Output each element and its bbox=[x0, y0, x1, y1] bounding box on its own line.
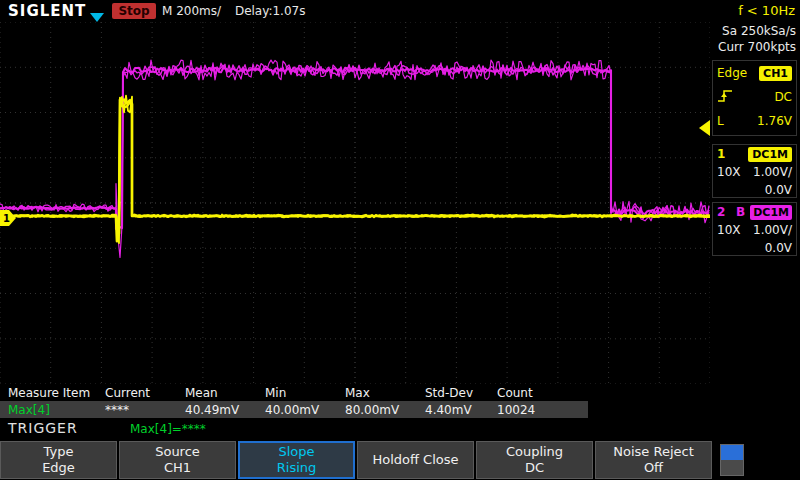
measure-header: Max bbox=[345, 386, 425, 401]
trigger-position-icon[interactable] bbox=[90, 13, 104, 22]
measure-item: Max[4] bbox=[0, 403, 105, 417]
trigger-info-box[interactable]: Edge CH1 DC L 1.76V bbox=[712, 60, 797, 136]
measure-header: Measure Item bbox=[0, 386, 105, 401]
measure-max: 80.00mV bbox=[345, 403, 425, 417]
ch1-offset-row: 0.0V bbox=[713, 181, 796, 199]
ch2-probe: 10X bbox=[717, 223, 741, 237]
menu-label: Coupling bbox=[506, 444, 563, 460]
menu-button-holdoff[interactable]: Holdoff Close bbox=[357, 441, 474, 479]
measure-stddev: 4.40mV bbox=[425, 403, 497, 417]
timebase-value: M 200ms/ bbox=[162, 4, 221, 18]
trigger-level-label: L bbox=[717, 114, 724, 128]
menu-value: Off bbox=[644, 460, 663, 476]
oscilloscope-screen: SIGLENT Stop M 200ms/ Delay:1.07s f < 10… bbox=[0, 0, 800, 480]
menu-page-indicator-bottom bbox=[721, 460, 743, 475]
ch1-number: 1 bbox=[717, 147, 725, 161]
softkey-menu-bar: Type Edge Source CH1 Slope Rising Holdof… bbox=[0, 440, 800, 480]
run-state-badge[interactable]: Stop bbox=[112, 3, 156, 19]
trigger-source-badge: CH1 bbox=[759, 66, 792, 81]
measure-mean: 40.49mV bbox=[185, 403, 265, 417]
measure-status-text: Max[4]=**** bbox=[130, 422, 206, 436]
measure-min: 40.00mV bbox=[265, 403, 345, 417]
ch2-offset: 0.0V bbox=[765, 241, 792, 255]
ch2-scale-row: 10X 1.00V/ bbox=[713, 221, 796, 239]
ch2-header-row: 2 B DC1M bbox=[713, 203, 796, 221]
ch1-offset: 0.0V bbox=[765, 183, 792, 197]
ch1-scale-row: 10X 1.00V/ bbox=[713, 163, 796, 181]
measure-value-row: Max[4] **** 40.49mV 40.00mV 80.00mV 4.40… bbox=[0, 401, 588, 418]
menu-button-slope[interactable]: Slope Rising bbox=[238, 441, 355, 479]
menu-button-source[interactable]: Source CH1 bbox=[119, 441, 236, 479]
menu-label: Holdoff Close bbox=[372, 452, 458, 468]
measure-header: Mean bbox=[185, 386, 265, 401]
memory-depth: Curr 700kpts bbox=[718, 40, 796, 54]
trigger-mode: Edge bbox=[717, 66, 747, 80]
ch2-offset-row: 0.0V bbox=[713, 239, 796, 257]
menu-label: Noise Reject bbox=[613, 444, 694, 460]
brand-logo: SIGLENT bbox=[8, 2, 86, 20]
menu-page-indicator-icon[interactable] bbox=[720, 444, 744, 476]
measure-header: Std-Dev bbox=[425, 386, 497, 401]
ch1-probe: 10X bbox=[717, 165, 741, 179]
top-status-bar: SIGLENT Stop M 200ms/ Delay:1.07s f < 10… bbox=[0, 0, 800, 22]
ch1-scale: 1.00V/ bbox=[753, 165, 792, 179]
frequency-counter: f < 10Hz bbox=[738, 3, 795, 18]
trigger-menu-title: TRIGGER bbox=[8, 420, 78, 436]
measure-header: Min bbox=[265, 386, 345, 401]
trigger-mode-row: Edge CH1 bbox=[713, 61, 796, 85]
trigger-level-row: L 1.76V bbox=[713, 109, 796, 133]
ch2-bandwidth-flag: B bbox=[736, 205, 745, 219]
trigger-coupling-row: DC bbox=[713, 85, 796, 109]
ch1-coupling-badge: DC1M bbox=[748, 147, 792, 162]
trigger-coupling: DC bbox=[774, 90, 792, 104]
measure-count: 10024 bbox=[497, 403, 577, 417]
measure-current: **** bbox=[105, 403, 185, 417]
measure-header: Count bbox=[497, 386, 577, 401]
delay-value: Delay:1.07s bbox=[235, 4, 306, 18]
timebase-info: M 200ms/ Delay:1.07s bbox=[162, 4, 315, 18]
ch1-header-row: 1 DC1M bbox=[713, 145, 796, 163]
ch2-number: 2 bbox=[717, 205, 725, 219]
sample-rate: Sa 250kSa/s bbox=[722, 24, 796, 38]
measure-header: Current bbox=[105, 386, 185, 401]
menu-value: CH1 bbox=[164, 460, 191, 476]
waveform-display[interactable]: 1 bbox=[0, 22, 710, 384]
menu-label: Slope bbox=[278, 444, 314, 460]
trigger-level-value: 1.76V bbox=[757, 114, 792, 128]
menu-value: DC bbox=[525, 460, 544, 476]
right-info-panel: Sa 250kSa/s Curr 700kpts Edge CH1 DC L 1… bbox=[712, 22, 800, 384]
ch2-scale: 1.00V/ bbox=[753, 223, 792, 237]
svg-text:1: 1 bbox=[3, 213, 10, 224]
channel2-info-box[interactable]: 2 B DC1M 10X 1.00V/ 0.0V bbox=[712, 202, 797, 256]
menu-label: Type bbox=[44, 444, 74, 460]
channel1-info-box[interactable]: 1 DC1M 10X 1.00V/ 0.0V bbox=[712, 144, 797, 198]
menu-button-noise-reject[interactable]: Noise Reject Off bbox=[595, 441, 712, 479]
menu-value: Rising bbox=[277, 460, 317, 476]
menu-label: Source bbox=[155, 444, 200, 460]
menu-button-type[interactable]: Type Edge bbox=[0, 441, 117, 479]
ch2-coupling-badge: DC1M bbox=[750, 205, 792, 220]
measure-header-row: Measure Item Current Mean Min Max Std-De… bbox=[0, 386, 712, 401]
menu-button-coupling[interactable]: Coupling DC bbox=[476, 441, 593, 479]
rising-edge-icon bbox=[717, 89, 733, 106]
menu-value: Edge bbox=[42, 460, 75, 476]
menu-page-indicator-top bbox=[721, 445, 743, 460]
